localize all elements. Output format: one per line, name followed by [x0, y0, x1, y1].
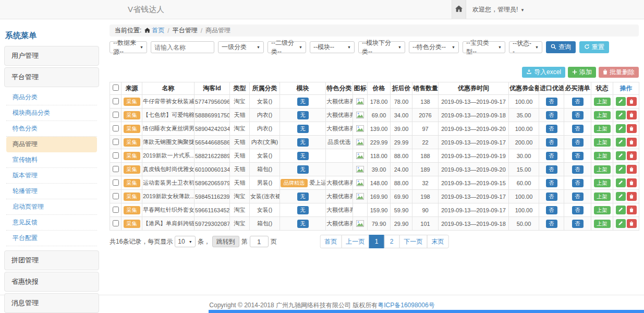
row-checkbox[interactable]: [113, 139, 119, 145]
delete-button[interactable]: [627, 165, 637, 174]
user-menu[interactable]: 欢迎您，管理员! ▾: [472, 0, 524, 19]
sidebar-item-platform-mgmt[interactable]: 平台管理: [4, 67, 99, 87]
row-checkbox[interactable]: [113, 152, 119, 159]
sidebar-subitem[interactable]: 平台配置: [6, 231, 97, 246]
sidebar-subitem[interactable]: 版本管理: [6, 168, 97, 184]
row-checkbox[interactable]: [113, 125, 119, 131]
import-select-toggle[interactable]: 否: [546, 179, 557, 187]
select-all-checkbox[interactable]: [113, 85, 119, 91]
edit-button[interactable]: [616, 165, 626, 174]
must-buy-toggle[interactable]: 否: [572, 192, 584, 201]
sidebar-item-user-mgmt[interactable]: 用户管理: [4, 46, 99, 66]
edit-button[interactable]: [616, 138, 626, 147]
edit-button[interactable]: [616, 151, 626, 160]
delete-button[interactable]: [627, 192, 637, 201]
home-button[interactable]: [452, 0, 466, 19]
filter-select-module-subcategory[interactable]: --模块下分类--▼: [358, 41, 405, 53]
bottom-scrollbar[interactable]: [209, 310, 644, 313]
delete-button[interactable]: [627, 111, 637, 119]
status-badge[interactable]: 上架: [594, 111, 611, 119]
delete-button[interactable]: [627, 124, 637, 133]
sidebar-subitem[interactable]: 宣传物料: [6, 152, 97, 168]
must-buy-toggle[interactable]: 否: [572, 138, 584, 147]
status-badge[interactable]: 上架: [594, 125, 611, 133]
delete-button[interactable]: [627, 206, 637, 214]
sidebar-item[interactable]: 消息管理: [4, 293, 99, 313]
import-select-toggle[interactable]: 否: [546, 125, 557, 133]
delete-button[interactable]: [627, 138, 637, 147]
edit-button[interactable]: [616, 206, 626, 214]
must-buy-toggle[interactable]: 否: [572, 165, 584, 174]
import-select-toggle[interactable]: 否: [546, 138, 557, 147]
row-checkbox[interactable]: [113, 98, 119, 104]
filter-select-special-category[interactable]: --特色分类--▼: [409, 41, 459, 53]
breadcrumb-item-platform[interactable]: 平台管理: [173, 26, 198, 35]
status-badge[interactable]: 上架: [594, 152, 611, 160]
import-select-toggle[interactable]: 否: [546, 98, 557, 106]
query-button[interactable]: 查询: [546, 41, 576, 53]
sidebar-item[interactable]: 拼团管理: [4, 250, 99, 270]
page-button[interactable]: 1: [369, 235, 384, 248]
must-buy-toggle[interactable]: 否: [572, 98, 584, 106]
row-checkbox[interactable]: [113, 166, 119, 172]
row-checkbox[interactable]: [113, 179, 119, 186]
must-buy-toggle[interactable]: 否: [572, 220, 584, 228]
reset-button[interactable]: 重置: [579, 41, 609, 53]
page-button[interactable]: 上一页: [341, 235, 369, 248]
import-select-toggle[interactable]: 否: [546, 165, 557, 174]
jump-page-input[interactable]: [250, 236, 269, 247]
filter-select-module[interactable]: --模块--▼: [310, 41, 355, 53]
sidebar-subitem[interactable]: 特色分类: [6, 121, 97, 137]
status-badge[interactable]: 上架: [594, 98, 611, 106]
import-select-toggle[interactable]: 否: [546, 152, 557, 160]
jump-button[interactable]: 跳转到: [212, 236, 239, 247]
page-button[interactable]: 末页: [427, 235, 448, 248]
page-button[interactable]: 2: [384, 235, 399, 248]
must-buy-toggle[interactable]: 否: [572, 111, 584, 119]
edit-button[interactable]: [616, 111, 626, 119]
sidebar-subitem[interactable]: 商品管理: [6, 137, 97, 152]
sidebar-subitem[interactable]: 商品分类: [6, 90, 97, 105]
delete-button[interactable]: [627, 97, 637, 106]
sidebar-subitem[interactable]: 启动页管理: [6, 199, 97, 215]
must-buy-toggle[interactable]: 否: [572, 152, 584, 160]
status-badge[interactable]: 上架: [594, 192, 611, 201]
per-page-select[interactable]: 10 ▼: [175, 236, 195, 247]
delete-button[interactable]: [627, 178, 637, 187]
import-select-toggle[interactable]: 否: [546, 192, 557, 201]
row-checkbox[interactable]: [113, 220, 119, 226]
edit-button[interactable]: [616, 192, 626, 201]
filter-select-level2-category[interactable]: --二级分类--▼: [268, 41, 306, 53]
import-select-toggle[interactable]: 否: [546, 111, 557, 119]
sidebar-item[interactable]: 省惠快报: [4, 272, 99, 292]
row-checkbox[interactable]: [113, 207, 119, 213]
filter-select-item-type[interactable]: --宝贝类型--▼: [463, 41, 505, 53]
row-checkbox[interactable]: [113, 193, 119, 199]
status-badge[interactable]: 上架: [594, 220, 611, 228]
status-badge[interactable]: 上架: [594, 138, 611, 147]
status-badge[interactable]: 上架: [594, 206, 611, 214]
edit-button[interactable]: [616, 97, 626, 106]
breadcrumb-home-link[interactable]: 首页: [144, 26, 164, 35]
sidebar-subitem[interactable]: 模块商品分类: [6, 105, 97, 121]
batch-delete-button[interactable]: 批量删除: [599, 67, 639, 78]
import-select-toggle[interactable]: 否: [546, 220, 557, 228]
page-button[interactable]: 首页: [320, 235, 342, 248]
edit-button[interactable]: [616, 178, 626, 187]
delete-button[interactable]: [627, 219, 637, 228]
must-buy-toggle[interactable]: 否: [572, 206, 584, 214]
add-button[interactable]: 添加: [568, 67, 596, 78]
icp-link[interactable]: 粤ICP备16098006号: [378, 302, 434, 309]
row-checkbox[interactable]: [113, 112, 119, 118]
filter-select-data-source[interactable]: --数据来源--▼: [110, 41, 147, 53]
import-excel-button[interactable]: 导入excel: [522, 67, 565, 78]
edit-button[interactable]: [616, 124, 626, 133]
page-button[interactable]: 下一页: [399, 235, 427, 248]
filter-select-level1-category[interactable]: 一级分类▼: [218, 41, 264, 53]
name-search-input[interactable]: [151, 41, 214, 53]
import-select-toggle[interactable]: 否: [546, 206, 557, 214]
must-buy-toggle[interactable]: 否: [572, 179, 584, 187]
sidebar-subitem[interactable]: 轮播管理: [6, 184, 97, 199]
edit-button[interactable]: [616, 219, 626, 228]
must-buy-toggle[interactable]: 否: [572, 125, 584, 133]
